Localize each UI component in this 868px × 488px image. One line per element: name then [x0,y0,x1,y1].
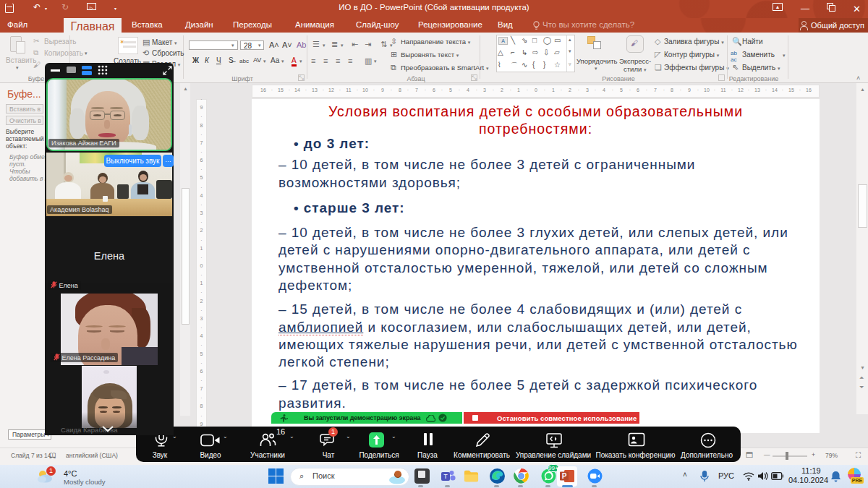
svg-text:P: P [562,472,567,480]
svg-text:T: T [443,473,448,480]
